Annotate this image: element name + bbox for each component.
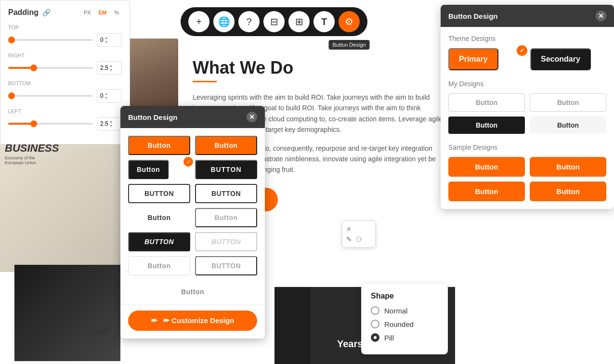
btn-panel-footer: ✏ ✏ Customize Design (120, 304, 265, 338)
btn-option-ghost-2[interactable]: Button (195, 208, 257, 227)
customize-design-button[interactable]: ✏ ✏ Customize Design (128, 311, 257, 331)
padding-left-row: Left 2.5 ▲▼ (8, 108, 122, 130)
toolbar-settings-button[interactable]: ⚙ (339, 11, 360, 32)
my-design-btn-3[interactable]: Button (448, 117, 525, 134)
theme-primary-check: ✓ (517, 45, 527, 56)
unit-em[interactable]: EM (96, 9, 110, 16)
qual-icon: ☆☆☆ (43, 324, 79, 340)
button-design-panel-left: Button Design ✕ Button Button Button ✓ B… (120, 106, 265, 338)
padding-right-track[interactable] (8, 67, 93, 69)
padding-top-input[interactable]: 0 ▲▼ (97, 33, 122, 47)
shape-pill-option[interactable]: Pill (371, 333, 438, 342)
qualifications-section: ☆☆☆ Qualifi (43, 324, 110, 340)
btn-panel-title: Button Design (128, 113, 178, 121)
btn-option-caps-1[interactable]: BUTTON (195, 256, 257, 275)
unit-tabs[interactable]: PX EM % (81, 9, 122, 16)
toolbar-text-wrap: T (314, 11, 335, 32)
my-designs-title: My Designs (448, 80, 606, 88)
padding-panel: Padding 🔗 PX EM % Top 0 ▲▼ Right (0, 0, 130, 144)
padding-top-row: Top 0 ▲▼ (8, 25, 122, 47)
sample-btn-2[interactable]: Button (530, 157, 606, 177)
toolbar-text-button[interactable]: T (314, 11, 335, 32)
heading-underline (193, 81, 217, 82)
toolbar-help-button[interactable]: ? (238, 11, 260, 32)
shape-popup: Shape Normal Rounded Pill (361, 284, 448, 354)
theme-secondary-button[interactable]: Secondary (530, 48, 591, 70)
sample-designs-title: Sample Designs (448, 143, 606, 151)
padding-left-input[interactable]: 2.5 ▲▼ (97, 117, 122, 130)
padding-bottom-control: 0 ▲▼ (8, 89, 122, 103)
my-design-btn-2[interactable]: Button (530, 93, 606, 112)
button-design-panel-right: Button Design ✕ Theme Designs Primary ✓ … (441, 5, 614, 209)
padding-left-label: Left (8, 108, 122, 114)
shape-rounded-radio[interactable] (371, 320, 379, 328)
btn-option-orange-2[interactable]: Button (195, 136, 257, 155)
btn-option-dark-2[interactable]: BUTTON (195, 160, 257, 179)
btn-option-italic-2[interactable]: BUTTON (195, 232, 257, 251)
toolbar-grid-button[interactable]: ⊞ (288, 11, 310, 32)
sample-btn-4[interactable]: Button (530, 182, 606, 201)
padding-right-row: Right 2.5 ▲▼ (8, 52, 122, 75)
tooltip-actions[interactable]: ✎ ⚆ (346, 235, 371, 243)
btn-option-italic-1[interactable]: BUTTON (128, 232, 190, 251)
theme-primary-button[interactable]: Primary (448, 48, 498, 70)
btn-panel-header: Button Design ✕ (120, 106, 265, 128)
btn-scroll-area[interactable]: Button Button Button ✓ BUTTON BUTTON BUT… (120, 128, 265, 304)
btn-option-dark-1[interactable]: Button (128, 160, 169, 179)
my-designs-grid: Button Button Button Button (448, 93, 606, 134)
btn-option-outline-2[interactable]: BUTTON (195, 184, 257, 203)
padding-bottom-track[interactable] (8, 95, 93, 97)
sample-designs-grid: Button Button Button Button (448, 157, 606, 201)
shape-pill-radio[interactable] (371, 333, 379, 342)
padding-bottom-label: Bottom (8, 80, 122, 86)
padding-top-track[interactable] (8, 39, 93, 41)
btn-option-single[interactable]: Button (173, 283, 212, 300)
edit-icon[interactable]: ✎ (346, 235, 352, 243)
padding-panel-header: Padding 🔗 PX EM % (8, 8, 122, 17)
shape-normal-option[interactable]: Normal (371, 306, 438, 315)
btn-option-orange-1[interactable]: Button (128, 136, 190, 155)
shape-normal-radio[interactable] (371, 306, 379, 315)
right-panel-header: Button Design ✕ (441, 5, 614, 27)
right-panel-close[interactable]: ✕ (596, 11, 606, 21)
top-toolbar: + 🌐 ? ⊟ ⊞ T ⚙ Button Design (181, 7, 367, 36)
btn-option-outline-1[interactable]: BUTTON (128, 184, 190, 203)
toolbar-settings-wrap: ⚙ Button Design (339, 11, 360, 32)
btn-option-ghost-1[interactable]: Button (128, 208, 190, 227)
shape-popup-title: Shape (371, 292, 438, 300)
theme-section-title: Theme Designs (448, 35, 606, 42)
button-tooltip-popup: # ✎ ⚆ (342, 221, 376, 247)
my-design-btn-4[interactable]: Button (530, 117, 606, 134)
shape-normal-label: Normal (384, 307, 407, 315)
shape-rounded-label: Rounded (384, 320, 414, 328)
sample-btn-3[interactable]: Button (448, 182, 525, 201)
my-design-btn-1[interactable]: Button (448, 93, 525, 112)
btn-single-row: Button (120, 283, 265, 304)
hash-indicator: # (346, 225, 371, 234)
unit-percent[interactable]: % (111, 9, 122, 16)
padding-right-label: Right (8, 52, 122, 58)
unit-px[interactable]: PX (81, 9, 94, 16)
qual-text: Qualifi (85, 327, 110, 337)
padding-right-input[interactable]: 2.5 ▲▼ (97, 61, 122, 75)
padding-top-control: 0 ▲▼ (8, 33, 122, 47)
pencil-icon: ✏ (151, 316, 157, 325)
padding-right-control: 2.5 ▲▼ (8, 61, 122, 75)
toolbar-add-button[interactable]: + (188, 11, 209, 32)
padding-bottom-row: Bottom 0 ▲▼ (8, 80, 122, 103)
link-icon[interactable]: 🔗 (42, 9, 51, 16)
toolbar-globe-button[interactable]: 🌐 (213, 11, 235, 32)
padding-bottom-input[interactable]: 0 ▲▼ (97, 89, 122, 103)
padding-left-track[interactable] (8, 123, 93, 125)
toolbar-image-button[interactable]: ⊟ (263, 11, 285, 32)
style-icon[interactable]: ⚆ (356, 235, 362, 243)
btn-option-outline-ghost-1[interactable]: Button (128, 256, 190, 275)
toolbar-image-wrap: ⊟ (263, 11, 285, 32)
toolbar-grid-wrap: ⊞ (288, 11, 310, 32)
right-panel-body: Theme Designs Primary ✓ Secondary My Des… (441, 27, 614, 209)
shape-rounded-option[interactable]: Rounded (371, 320, 438, 328)
shape-pill-label: Pill (384, 334, 394, 342)
background-image-newspaper: BUSINESS Economy of theEuropean Union (0, 137, 120, 272)
btn-panel-close[interactable]: ✕ (247, 112, 257, 122)
sample-btn-1[interactable]: Button (448, 157, 525, 177)
